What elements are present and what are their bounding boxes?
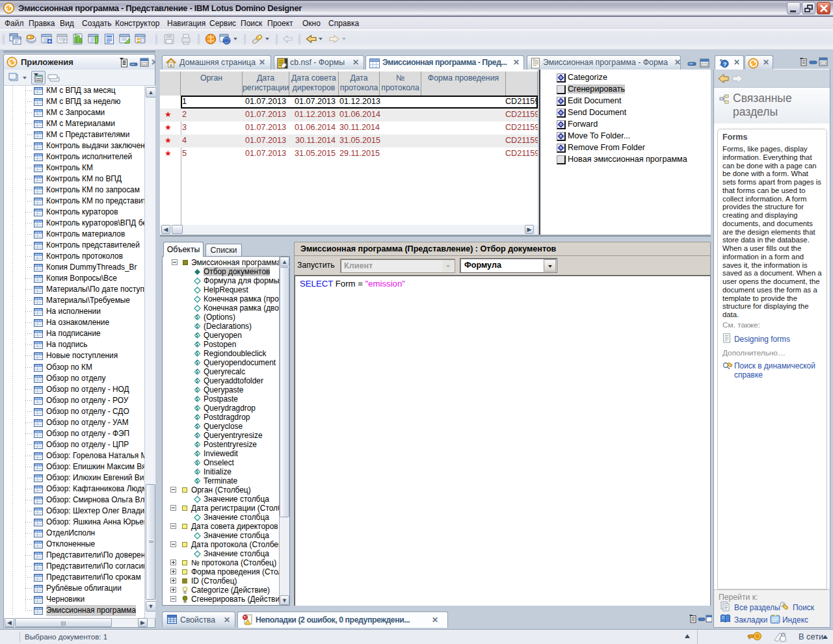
svg-text:?: ? [723,60,727,68]
